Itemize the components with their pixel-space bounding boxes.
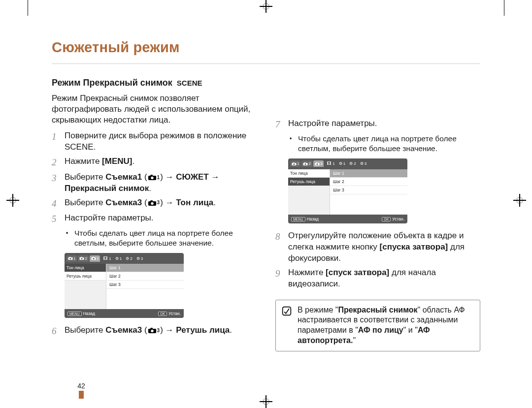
chapter-title: Сюжетный режим	[52, 39, 480, 56]
svg-rect-19	[293, 162, 295, 163]
svg-rect-13	[93, 257, 94, 258]
svg-point-11	[81, 258, 83, 259]
svg-rect-22	[304, 162, 306, 163]
page-number: 42	[74, 382, 89, 399]
intro-paragraph: Режим Прекрасный снимок позволяет фотогр…	[52, 93, 257, 126]
note-icon	[282, 305, 292, 346]
step-3: 3 Выберите Съемка1 ( 1 ) → СЮЖЕТ → Прекр…	[52, 172, 257, 194]
right-column: 7 Настройте параметры. • Чтобы сделать ц…	[275, 78, 480, 351]
section-heading: Режим Прекрасный снимок SCENE	[52, 78, 257, 88]
step-1: 1 Поверните диск выбора режимов в положе…	[52, 130, 257, 153]
registration-mark-bottom	[260, 395, 272, 408]
svg-point-26	[316, 163, 318, 165]
step-5: 5 Настройте параметры.	[52, 213, 257, 225]
step-7: 7 Настройте параметры.	[275, 118, 480, 131]
svg-rect-10	[81, 257, 82, 258]
svg-rect-7	[69, 257, 71, 258]
svg-point-14	[93, 258, 94, 259]
left-column: Режим Прекрасный снимок SCENE Режим Прек…	[52, 78, 257, 351]
camera-menu-screenshot-b: 123🎞1⚙1⚙2⚙3Тон лицаРетушь лицаШаг 1Шаг 2…	[288, 158, 407, 223]
svg-point-2	[151, 176, 153, 179]
divider	[52, 63, 480, 64]
step-6: 6 Выберите Съемка3 ( 3 ) → Ретушь лица.	[52, 325, 257, 338]
svg-point-23	[305, 163, 306, 165]
crop-mark	[504, 0, 504, 16]
registration-mark-right	[513, 194, 526, 207]
registration-mark-left	[6, 194, 19, 207]
camera-icon-3: 3	[148, 327, 160, 334]
step-4: 4 Выберите Съемка3 ( 3 ) → Тон лица.	[52, 197, 257, 210]
camera-icon-1: 1	[148, 174, 160, 181]
step-9: 9 Нажмите [спуск затвора] для начала вид…	[275, 267, 480, 290]
note-box: В режиме "Прекрасный снимок" область АФ …	[275, 300, 480, 351]
svg-point-5	[151, 202, 153, 204]
camera-menu-screenshot-a: 123🎞1⚙1⚙2⚙3Тон лицаРетушь лицаШаг 1Шаг 2…	[65, 253, 184, 318]
scene-label-icon: SCENE	[177, 79, 202, 87]
crop-mark	[28, 0, 28, 16]
step-2: 2 Нажмите [MENU].	[52, 156, 257, 169]
scene-label-icon: SCENE	[65, 142, 94, 152]
svg-rect-1	[150, 175, 153, 176]
svg-rect-25	[316, 162, 318, 163]
registration-mark-top	[260, 0, 272, 13]
step-8: 8 Отрегулируйте положение объекта в кадр…	[275, 230, 480, 264]
step-7-sub: • Чтобы сделать цвет лица на портрете бо…	[288, 134, 480, 154]
camera-icon-3: 3	[148, 199, 160, 206]
svg-point-8	[70, 258, 71, 259]
svg-point-17	[151, 330, 153, 332]
svg-rect-27	[283, 307, 291, 315]
svg-rect-4	[150, 200, 153, 202]
svg-rect-16	[150, 328, 153, 329]
step-5-sub: • Чтобы сделать цвет лица на портрете бо…	[65, 228, 257, 248]
svg-point-20	[294, 163, 295, 165]
